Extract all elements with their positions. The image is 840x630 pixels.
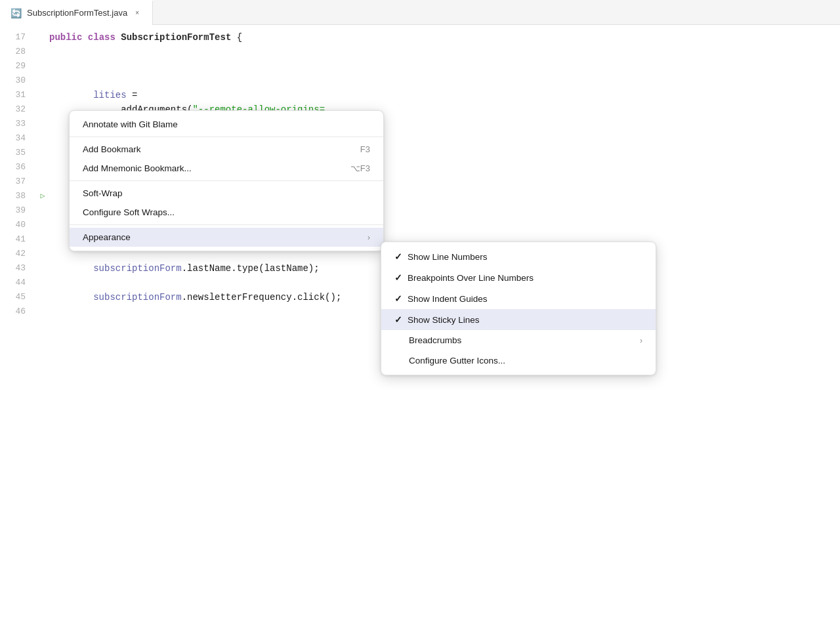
submenu-item-label: Show Indent Guides <box>408 294 642 304</box>
line-number: 37 <box>0 175 36 189</box>
line-number: 17 <box>0 30 36 45</box>
submenu-item-label: Breakpoints Over Line Numbers <box>408 273 642 283</box>
menu-item-label: Appearance <box>83 232 131 242</box>
line-number: 46 <box>0 304 36 319</box>
menu-separator-2 <box>70 180 383 181</box>
line-number: 42 <box>0 247 36 261</box>
menu-item-add-bookmark[interactable]: Add Bookmark F3 <box>70 140 383 159</box>
line-number: 39 <box>0 203 36 218</box>
line-number: 32 <box>0 102 36 117</box>
submenu-item-show-sticky-lines[interactable]: ✓ Show Sticky Lines <box>381 309 656 330</box>
line-number: 34 <box>0 131 36 146</box>
check-icon: ✓ <box>394 272 402 283</box>
code-content <box>49 74 840 88</box>
context-menu: Annotate with Git Blame Add Bookmark F3 … <box>69 110 384 251</box>
file-tab[interactable]: 🔄 SubscriptionFormTest.java × <box>0 0 153 25</box>
line-number: 38 <box>0 189 36 203</box>
line-number: 28 <box>0 45 36 59</box>
code-content: public class SubscriptionFormTest { <box>49 30 840 45</box>
file-tab-icon: 🔄 <box>10 8 22 18</box>
menu-separator-1 <box>70 136 383 137</box>
submenu-item-label: Breadcrumbs <box>409 335 640 345</box>
line-number: 31 <box>0 88 36 102</box>
line-number: 36 <box>0 160 36 175</box>
submenu-item-show-indent-guides[interactable]: ✓ Show Indent Guides <box>381 288 656 309</box>
check-icon: ✓ <box>394 251 402 262</box>
line-number: 35 <box>0 146 36 160</box>
shortcut-label: F3 <box>360 144 370 154</box>
tab-bar: 🔄 SubscriptionFormTest.java × <box>0 0 840 25</box>
line-number: 45 <box>0 290 36 304</box>
menu-item-annotate[interactable]: Annotate with Git Blame <box>70 115 383 134</box>
run-gutter[interactable]: ▷ <box>36 189 49 203</box>
code-line-31: 31 lities = <box>0 88 840 102</box>
code-line-30: 30 <box>0 74 840 88</box>
line-number: 40 <box>0 218 36 232</box>
submenu-item-show-line-numbers[interactable]: ✓ Show Line Numbers <box>381 246 656 267</box>
shortcut-label: ⌥F3 <box>350 163 370 173</box>
line-number: 30 <box>0 74 36 88</box>
menu-item-appearance[interactable]: Appearance › <box>70 228 383 247</box>
menu-item-label: Configure Soft Wraps... <box>83 207 175 217</box>
file-tab-label: SubscriptionFormTest.java <box>27 8 127 18</box>
submenu-item-breadcrumbs[interactable]: Breadcrumbs › <box>381 330 656 350</box>
menu-item-label: Add Mnemonic Bookmark... <box>83 163 192 173</box>
line-number: 41 <box>0 232 36 247</box>
menu-item-configure-soft-wraps[interactable]: Configure Soft Wraps... <box>70 203 383 222</box>
submenu-item-label: Show Line Numbers <box>408 252 642 262</box>
close-icon[interactable]: × <box>133 9 142 18</box>
code-editor: 17 public class SubscriptionFormTest { 2… <box>0 25 840 630</box>
appearance-submenu: ✓ Show Line Numbers ✓ Breakpoints Over L… <box>381 242 656 375</box>
line-number: 44 <box>0 276 36 290</box>
code-content <box>49 45 840 59</box>
code-line-17: 17 public class SubscriptionFormTest { <box>0 30 840 45</box>
submenu-arrow-icon: › <box>368 233 370 242</box>
submenu-arrow-icon: › <box>640 336 642 345</box>
menu-item-soft-wrap[interactable]: Soft-Wrap <box>70 184 383 203</box>
submenu-item-label: Configure Gutter Icons... <box>409 356 642 366</box>
check-icon: ✓ <box>394 314 402 325</box>
check-icon: ✓ <box>394 293 402 304</box>
code-line-29: 29 <box>0 59 840 74</box>
submenu-item-configure-gutter-icons[interactable]: Configure Gutter Icons... <box>381 350 656 371</box>
submenu-item-breakpoints-over-line-numbers[interactable]: ✓ Breakpoints Over Line Numbers <box>381 267 656 288</box>
code-line-28: 28 <box>0 45 840 59</box>
line-number: 43 <box>0 261 36 276</box>
menu-item-add-mnemonic[interactable]: Add Mnemonic Bookmark... ⌥F3 <box>70 159 383 178</box>
submenu-item-label: Show Sticky Lines <box>408 315 642 325</box>
menu-item-label: Add Bookmark <box>83 144 141 154</box>
code-content: lities = <box>49 88 840 102</box>
menu-item-label: Soft-Wrap <box>83 188 123 198</box>
menu-item-label: Annotate with Git Blame <box>83 119 178 129</box>
line-number: 33 <box>0 117 36 131</box>
line-number: 29 <box>0 59 36 74</box>
menu-separator-3 <box>70 224 383 225</box>
code-content <box>49 59 840 74</box>
